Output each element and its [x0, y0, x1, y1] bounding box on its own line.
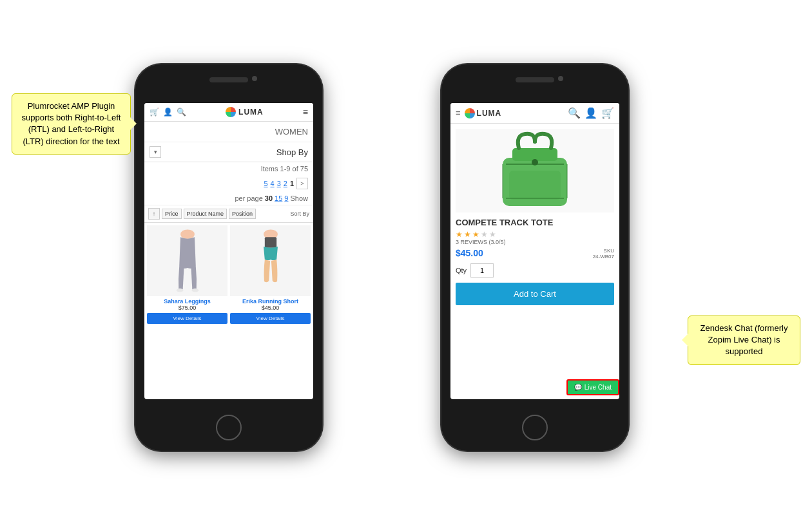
star-4: ★: [481, 230, 488, 239]
product-title: COMPETE TRACK TOTE: [456, 218, 614, 227]
per-page-30[interactable]: 30: [265, 194, 273, 202]
phone2-luma-text: LUMA: [477, 109, 502, 118]
phone-right-screen: ≡ LUMA 🔍 👤 🛒: [450, 103, 619, 399]
product-detail: COMPETE TRACK TOTE ★ ★ ★ ★ ★ 3 REVIEWS (…: [450, 124, 619, 310]
star-rating: ★ ★ ★ ★ ★: [456, 230, 614, 239]
view-details-shorts-button[interactable]: View Details: [230, 313, 311, 324]
qty-row: Qty: [456, 263, 614, 278]
product-card-shorts: Erika Running Short $45.00 View Details: [230, 225, 311, 324]
product-image-bag: [456, 129, 614, 212]
chevron-down-icon[interactable]: ▾: [150, 146, 161, 158]
sort-price-button[interactable]: Price: [162, 209, 182, 219]
star-2: ★: [464, 230, 471, 239]
shop-by-bar[interactable]: ▾ Shop By: [144, 142, 313, 162]
sort-bar: ↑ Price Product Name Position Sort By: [144, 205, 313, 223]
next-page-button[interactable]: >: [296, 178, 308, 189]
phone2-camera: [558, 76, 563, 81]
product-price-shorts: $45.00: [230, 305, 311, 311]
phone2-right-icons: 🔍 👤 🛒: [568, 107, 614, 119]
phone2-user-icon[interactable]: 👤: [585, 107, 597, 119]
search-icon[interactable]: 🔍: [177, 108, 186, 117]
phone-left: 🛒 👤 🔍 LUMA ≡ WOMEN ▾ Shop By Items 1-9 o…: [135, 64, 322, 451]
page-1-active: 1: [290, 180, 294, 187]
pagination: 5 4 3 2 1 >: [144, 175, 313, 192]
menu-icon[interactable]: ≡: [303, 107, 308, 117]
reviews-text[interactable]: 3 REVIEWS (3.0/5): [456, 239, 614, 245]
live-chat-label: Live Chat: [585, 384, 612, 391]
phone2-speaker: [516, 77, 554, 82]
luma-logo-text: LUMA: [238, 108, 264, 117]
phone2-luma-circle: [465, 108, 475, 118]
page-4[interactable]: 4: [271, 180, 275, 187]
qty-label: Qty: [456, 267, 467, 274]
svg-point-2: [191, 288, 198, 292]
phone2-cart-icon[interactable]: 🛒: [601, 107, 614, 119]
phone1-header: 🛒 👤 🔍 LUMA ≡: [144, 103, 313, 122]
sort-direction-button[interactable]: ↑: [148, 208, 160, 220]
svg-point-0: [180, 229, 195, 239]
svg-rect-9: [509, 171, 561, 200]
view-details-leggings-button[interactable]: View Details: [147, 313, 227, 324]
tooltip-text: Plumrocket AMP Plugin supports both Righ…: [22, 101, 121, 146]
page-5[interactable]: 5: [264, 180, 267, 187]
live-chat-icon: 💬: [574, 384, 582, 391]
product-price: $45.00: [456, 248, 483, 258]
product-name-leggings[interactable]: Sahara Leggings: [147, 298, 227, 305]
items-count: Items 1-9 of 75: [144, 162, 313, 175]
per-page-9[interactable]: 9: [284, 194, 288, 202]
user-icon[interactable]: 👤: [163, 108, 173, 117]
bag-svg: [490, 129, 580, 212]
left-icons: 🛒 👤 🔍: [150, 108, 186, 117]
svg-point-1: [176, 288, 183, 292]
star-5: ★: [489, 230, 496, 239]
sku-label: SKU: [593, 248, 614, 254]
star-3: ★: [472, 230, 479, 239]
star-1: ★: [456, 230, 463, 239]
price-sku-row: $45.00 SKU 24-WB07: [456, 248, 614, 259]
add-to-cart-button[interactable]: Add to Cart: [456, 283, 614, 305]
svg-rect-4: [264, 237, 276, 248]
luma-logo-circle: [226, 107, 236, 117]
leggings-svg: [168, 225, 207, 296]
sort-product-name-button[interactable]: Product Name: [184, 209, 227, 219]
per-page-bar: per page 30 15 9 Show: [144, 192, 313, 205]
show-label: Show: [290, 194, 308, 202]
sku-value: 24-WB07: [593, 254, 614, 259]
product-image-shorts: [230, 225, 311, 296]
phone-speaker: [209, 77, 248, 82]
per-page-15[interactable]: 15: [275, 194, 282, 202]
tooltip-rtl-ltr: Plumrocket AMP Plugin supports both Righ…: [12, 93, 131, 155]
shop-by-label: Shop By: [276, 147, 308, 157]
product-price-leggings: $75.00: [147, 305, 227, 311]
product-name-shorts[interactable]: Erika Running Short: [230, 298, 311, 305]
page-2[interactable]: 2: [284, 180, 287, 187]
sort-by-label: Sort By: [290, 211, 309, 217]
tooltip2-text: Zendesk Chat (formerly Zopim Live Chat) …: [701, 323, 788, 356]
hamburger-icon[interactable]: ≡: [456, 108, 461, 118]
phone-camera: [252, 76, 257, 81]
phone2-home-button[interactable]: [522, 415, 548, 440]
sku-block: SKU 24-WB07: [593, 248, 614, 259]
luma-logo: LUMA: [186, 107, 303, 117]
phone2-luma-logo: LUMA: [465, 108, 502, 118]
phone-right: ≡ LUMA 🔍 👤 🛒: [441, 64, 628, 451]
product-grid: Sahara Leggings $75.00 View Details: [144, 223, 313, 326]
phone2-header: ≡ LUMA 🔍 👤 🛒: [450, 103, 619, 124]
qty-input[interactable]: [470, 263, 494, 278]
tooltip-zendesk: Zendesk Chat (formerly Zopim Live Chat) …: [688, 316, 800, 365]
sort-position-button[interactable]: Position: [229, 209, 256, 219]
page-title: WOMEN: [144, 122, 313, 142]
phone-left-screen: 🛒 👤 🔍 LUMA ≡ WOMEN ▾ Shop By Items 1-9 o…: [144, 103, 313, 399]
product-card-leggings: Sahara Leggings $75.00 View Details: [147, 225, 227, 324]
live-chat-button[interactable]: 💬 Live Chat: [566, 379, 619, 395]
phone-home-button[interactable]: [216, 415, 242, 440]
cart-icon[interactable]: 🛒: [150, 108, 159, 117]
svg-point-8: [532, 159, 538, 165]
per-page-label: per page: [235, 194, 262, 202]
shorts-svg: [251, 225, 290, 296]
phone2-search-icon[interactable]: 🔍: [568, 107, 581, 119]
product-image-leggings: [147, 225, 227, 296]
page-3[interactable]: 3: [277, 180, 281, 187]
